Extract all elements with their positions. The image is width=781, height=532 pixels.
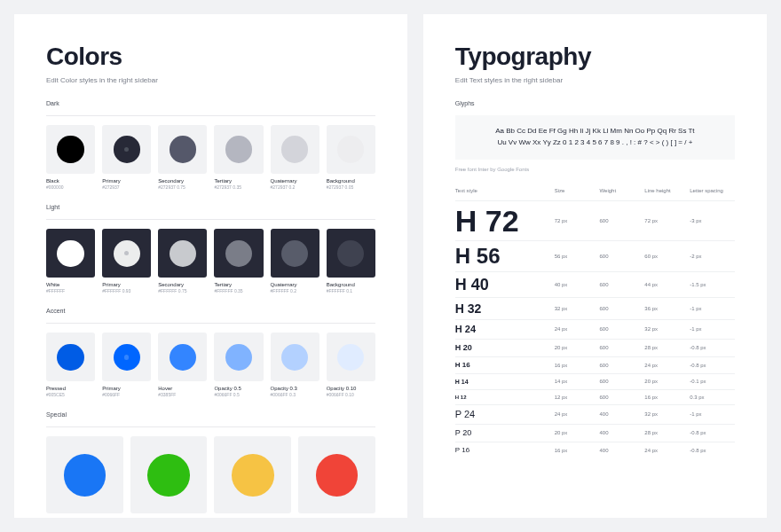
swatch-name: Tertiary [214,178,263,184]
type-ls: 0.3 px [690,395,735,400]
type-weight: 600 [600,306,645,311]
type-sample: H 40 [455,277,555,293]
colors-panel: Colors Edit Color styles in the right si… [14,14,407,518]
type-row: H 3232 px60036 px-1 px [455,297,735,319]
swatch: Opacity 0.5#0066FF 0.5 [214,332,263,397]
swatch-tile [130,436,208,513]
color-section-label: Light [46,204,375,210]
swatch-tile [271,229,320,278]
swatch-circle [225,240,252,267]
type-lh: 44 px [644,282,690,287]
swatch-tile [46,436,123,513]
type-ls: -1 px [690,306,735,311]
swatch-tile [158,229,207,278]
type-lh: 60 px [644,254,690,259]
type-size: 40 px [555,282,600,287]
swatch-tile [214,436,291,513]
swatch-tile [158,332,207,381]
swatch-name: Opacity 0.5 [214,386,263,391]
type-sample: P 20 [455,429,555,437]
swatch-hex: #FFFFFF 0.2 [271,288,320,293]
swatch: Tertiary#FFFFFF 0.35 [214,229,263,293]
swatch-hex: #FFFFFF 0.93 [102,288,151,293]
color-section-label: Special [46,411,375,418]
colors-subtitle: Edit Color styles in the right sidebar [46,76,375,84]
type-sample: H 56 [455,246,555,267]
swatch: Opacity 0.3#0066FF 0.3 [271,332,320,397]
type-lh: 20 px [644,379,690,384]
type-sample: H 12 [455,395,555,400]
th-size: Size [555,188,600,193]
type-size: 14 px [555,379,600,384]
swatch-hex: #272937 0.35 [214,184,263,190]
type-ls: -0.8 px [690,430,735,435]
swatch: Primary#0066FF [102,332,151,397]
swatch-hex: #272937 [102,184,151,190]
swatch-circle [281,344,308,371]
swatch-name: Quaternary [271,282,320,287]
swatch-circle [316,454,359,497]
swatch [214,436,291,518]
type-lh: 32 px [644,326,690,332]
swatch-hex: #FFFFFF [46,288,95,293]
swatch-circle [114,344,140,371]
type-weight: 600 [600,363,645,368]
type-lh: 16 px [644,395,690,400]
swatch-inner-dot [124,147,129,152]
type-row: H 7272 px60072 px-3 px [455,200,735,240]
swatch-hex: #FFFFFF 0.35 [214,288,263,293]
swatch-tile [327,229,375,278]
swatch-hex: #0066FF [102,392,151,397]
swatch-circle [337,240,364,267]
swatch-circle [57,136,83,162]
swatch-circle [232,454,274,497]
swatch-tile [271,332,320,381]
swatch-hex: #0066FF 0.10 [327,392,375,397]
type-ls: -1.5 px [690,282,735,287]
typography-panel: Typography Edit Text styles in the right… [423,14,767,518]
type-ls: -1 px [690,411,735,417]
type-weight: 600 [600,395,645,400]
type-size: 20 px [555,345,600,350]
swatch-circle [337,136,364,162]
type-row: P 2020 px40028 px-0.8 px [455,424,735,442]
swatch-circle [57,344,83,371]
swatch-tile [327,332,375,381]
swatch: Opacity 0.10#0066FF 0.10 [327,332,375,397]
type-weight: 600 [600,379,645,384]
swatch-tile [298,436,375,513]
swatch: Quaternary#272937 0.2 [271,125,320,190]
swatch: Pressed#005CE5 [46,332,95,397]
glyph-line-2: Uu Vv Ww Xx Yy Zz 0 1 2 3 4 5 6 7 8 9 . … [468,137,722,149]
swatch-tile [214,229,263,278]
swatch: Secondary#272937 0.75 [158,125,207,190]
font-note: Free font Inter by Google Fonts [455,167,735,172]
swatch [298,436,375,518]
type-weight: 600 [600,326,645,332]
swatch-tile [102,125,151,174]
glyph-box: Aa Bb Cc Dd Ee Ff Gg Hh Ii Jj Kk Ll Mm N… [455,115,735,160]
swatch: Primary#272937 [102,125,151,190]
type-ls: -0.1 px [690,379,735,384]
type-sample: H 14 [455,379,555,385]
color-section-label: Dark [46,100,375,106]
type-sample: P 24 [455,410,555,419]
swatch-row: Black#000000Primary#272937Secondary#2729… [46,125,375,190]
type-lh: 24 px [644,448,690,453]
glyphs-label: Glyphs [455,100,735,106]
swatch-tile [158,125,207,174]
type-size: 72 px [555,218,600,223]
type-table-header: Text style Size Weight Line height Lette… [455,188,735,200]
swatch-hex: #272937 0.05 [327,184,375,190]
swatch-hex: #3385FF [158,392,207,397]
swatch-inner-dot [124,251,129,255]
type-row: H 4040 px60044 px-1.5 px [455,271,735,297]
type-lh: 28 px [644,430,690,435]
swatch: Secondary#FFFFFF 0.75 [158,229,207,293]
swatch [46,436,123,518]
swatch-hex: #000000 [46,184,95,190]
th-lh: Line height [644,188,690,193]
colors-title: Colors [46,43,375,71]
type-ls: -3 px [690,218,735,223]
type-lh: 32 px [644,411,690,417]
